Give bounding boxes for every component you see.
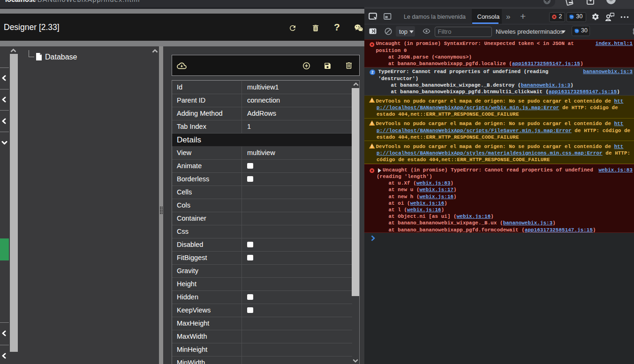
svg-text:2: 2 <box>371 70 373 74</box>
